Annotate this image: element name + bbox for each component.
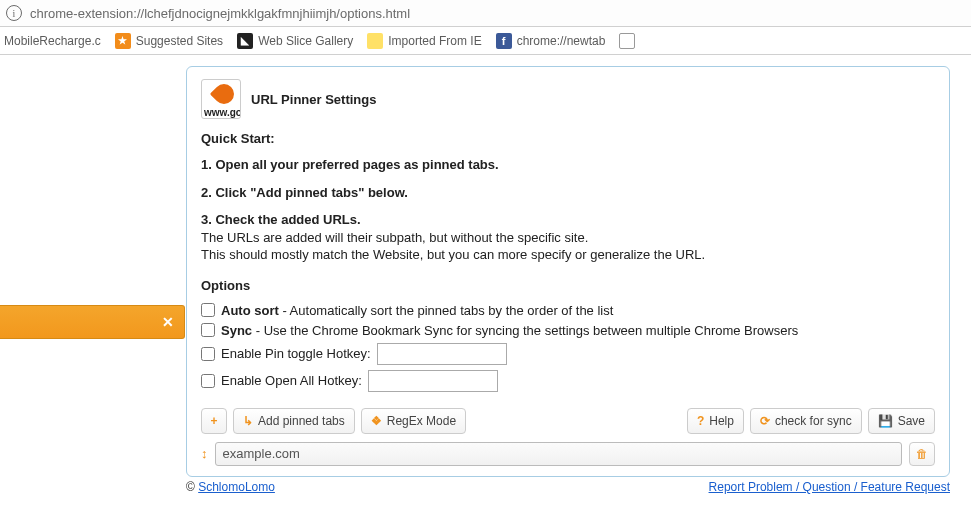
regex-mode-label: RegEx Mode <box>387 414 456 428</box>
delete-url-button[interactable]: 🗑 <box>909 442 935 466</box>
open-hotkey-label: Enable Open All Hotkey: <box>221 373 362 388</box>
panel-header: www.go URL Pinner Settings <box>201 79 935 119</box>
drag-handle-icon[interactable]: ↕ <box>201 446 208 461</box>
pin-hotkey-label: Enable Pin toggle Hotkey: <box>221 346 371 361</box>
facebook-icon: f <box>496 33 512 49</box>
bookmark-label: chrome://newtab <box>517 34 606 48</box>
trash-icon: 🗑 <box>916 447 928 461</box>
bookmark-label: Web Slice Gallery <box>258 34 353 48</box>
star-icon: ★ <box>115 33 131 49</box>
notification-tab[interactable]: ✕ <box>0 305 185 339</box>
save-button[interactable]: 💾 Save <box>868 408 935 434</box>
bookmarks-bar: MobileRecharge.c ★ Suggested Sites ◣ Web… <box>0 27 971 55</box>
step-2: 2. Click "Add pinned tabs" below. <box>201 185 408 200</box>
option-pin-hotkey: Enable Pin toggle Hotkey: <box>201 343 935 365</box>
regex-mode-button[interactable]: ❖ RegEx Mode <box>361 408 466 434</box>
auto-sort-checkbox[interactable] <box>201 303 215 317</box>
options-heading: Options <box>201 278 935 293</box>
bookmark-label: Suggested Sites <box>136 34 223 48</box>
auto-sort-label-bold: Auto sort <box>221 303 279 318</box>
bookmark-label: Imported From IE <box>388 34 481 48</box>
add-button-small[interactable]: + <box>201 408 227 434</box>
save-label: Save <box>898 414 925 428</box>
bookmark-file[interactable] <box>619 33 635 49</box>
report-problem-link[interactable]: Report Problem / Question / Feature Requ… <box>709 480 950 494</box>
refresh-icon: ↳ <box>243 414 253 428</box>
step-3: 3. Check the added URLs. <box>201 212 361 227</box>
open-hotkey-input[interactable] <box>368 370 498 392</box>
plus-icon: + <box>210 414 217 428</box>
bookmark-web-slice-gallery[interactable]: ◣ Web Slice Gallery <box>237 33 353 49</box>
extension-logo: www.go <box>201 79 241 119</box>
bookmark-label: MobileRecharge.c <box>4 34 101 48</box>
page-footer: © SchlomoLomo Report Problem / Question … <box>186 480 950 494</box>
step-3-line-2: The URLs are added will their subpath, b… <box>201 230 588 245</box>
check-sync-label: check for sync <box>775 414 852 428</box>
folder-icon <box>367 33 383 49</box>
check-sync-button[interactable]: ⟳ check for sync <box>750 408 862 434</box>
sync-icon: ⟳ <box>760 414 770 428</box>
step-1: 1. Open all your preferred pages as pinn… <box>201 157 499 172</box>
help-label: Help <box>709 414 734 428</box>
address-bar-url[interactable]: chrome-extension://lchefjdnocignejmkklga… <box>30 6 410 21</box>
option-open-hotkey: Enable Open All Hotkey: <box>201 370 935 392</box>
quick-start-heading: Quick Start: <box>201 131 935 146</box>
add-pinned-tabs-label: Add pinned tabs <box>258 414 345 428</box>
bookmark-suggested-sites[interactable]: ★ Suggested Sites <box>115 33 223 49</box>
copyright-prefix: © <box>186 480 198 494</box>
info-icon[interactable]: i <box>6 5 22 21</box>
pin-hotkey-checkbox[interactable] <box>201 347 215 361</box>
auto-sort-label-rest: - Automatically sort the pinned tabs by … <box>279 303 614 318</box>
bookmark-imported-from-ie[interactable]: Imported From IE <box>367 33 481 49</box>
sync-label-bold: Sync <box>221 323 252 338</box>
address-bar: i chrome-extension://lchefjdnocignejmkkl… <box>0 0 971 27</box>
page-title: URL Pinner Settings <box>251 92 376 107</box>
url-input[interactable] <box>215 442 903 466</box>
file-icon <box>619 33 635 49</box>
save-icon: 💾 <box>878 414 893 428</box>
regex-icon: ❖ <box>371 414 382 428</box>
close-icon[interactable]: ✕ <box>162 314 174 330</box>
sync-label-rest: - Use the Chrome Bookmark Sync for synci… <box>252 323 798 338</box>
settings-panel: www.go URL Pinner Settings Quick Start: … <box>186 66 950 477</box>
open-hotkey-checkbox[interactable] <box>201 374 215 388</box>
pin-icon <box>210 80 238 108</box>
question-icon: ? <box>697 414 704 428</box>
bookmark-mobile-recharge[interactable]: MobileRecharge.c <box>4 34 101 48</box>
sync-checkbox[interactable] <box>201 323 215 337</box>
option-auto-sort: Auto sort - Automatically sort the pinne… <box>201 303 935 318</box>
step-3-line-3: This should mostly match the Website, bu… <box>201 247 705 262</box>
bookmark-chrome-newtab[interactable]: f chrome://newtab <box>496 33 606 49</box>
url-entry-row: ↕ 🗑 <box>201 442 935 466</box>
author-link[interactable]: SchlomoLomo <box>198 480 275 494</box>
pin-hotkey-input[interactable] <box>377 343 507 365</box>
slice-icon: ◣ <box>237 33 253 49</box>
logo-text: www.go <box>202 107 240 118</box>
add-pinned-tabs-button[interactable]: ↳ Add pinned tabs <box>233 408 355 434</box>
option-sync: Sync - Use the Chrome Bookmark Sync for … <box>201 323 935 338</box>
toolbar: + ↳ Add pinned tabs ❖ RegEx Mode ? Help … <box>201 408 935 434</box>
help-button[interactable]: ? Help <box>687 408 744 434</box>
